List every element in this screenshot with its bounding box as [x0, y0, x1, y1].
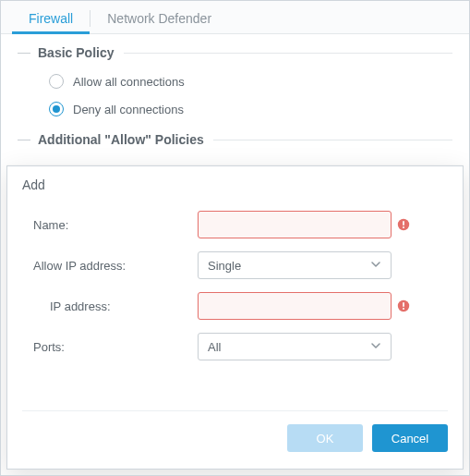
button-label: OK	[317, 432, 334, 445]
field-label: IP address:	[33, 299, 198, 313]
name-input[interactable]	[198, 211, 392, 238]
allow-ip-select[interactable]: Single	[198, 251, 392, 279]
error-icon	[397, 299, 410, 312]
section-title: Basic Policy	[38, 45, 114, 60]
field-ip-address: IP address:	[33, 292, 437, 320]
field-ports: Ports: All	[33, 333, 437, 360]
field-name: Name:	[33, 211, 437, 238]
svg-point-2	[403, 226, 404, 228]
section-additional-allow: Additional "Allow" Policies	[18, 132, 452, 147]
app-window: Firewall Network Defender Basic Policy A…	[0, 0, 470, 476]
radio-allow-all[interactable]: Allow all connections	[49, 67, 452, 95]
dialog-footer: OK Cancel	[22, 410, 448, 452]
svg-rect-1	[403, 221, 404, 226]
tab-label: Network Defender	[107, 11, 211, 26]
dialog-add: Add Name: Allow IP address:	[6, 165, 464, 470]
button-label: Cancel	[392, 432, 428, 445]
cancel-button[interactable]: Cancel	[372, 424, 448, 452]
dialog-title: Add	[7, 166, 463, 207]
tab-network-defender[interactable]: Network Defender	[90, 2, 228, 34]
select-value: All	[208, 340, 221, 354]
section-divider	[213, 140, 452, 140]
section-dash	[18, 53, 30, 54]
section-dash	[18, 140, 30, 140]
tab-bar: Firewall Network Defender	[1, 1, 469, 34]
field-label: Ports:	[33, 340, 198, 354]
section-title: Additional "Allow" Policies	[38, 132, 204, 147]
ports-select[interactable]: All	[198, 333, 392, 360]
chevron-down-icon	[370, 340, 381, 354]
field-label: Name:	[33, 218, 198, 232]
svg-rect-4	[403, 302, 404, 307]
tab-label: Firewall	[29, 11, 73, 26]
dialog-form: Name: Allow IP address:	[7, 207, 463, 360]
field-label: Allow IP address:	[33, 259, 198, 273]
svg-point-5	[403, 308, 404, 310]
section-basic-policy: Basic Policy Allow all connections Deny …	[18, 45, 452, 123]
radio-label: Allow all connections	[73, 75, 185, 89]
radio-circle-icon	[49, 74, 64, 89]
tab-firewall[interactable]: Firewall	[12, 2, 90, 34]
basic-policy-radios: Allow all connections Deny all connectio…	[49, 67, 452, 123]
ip-address-input[interactable]	[198, 292, 392, 320]
radio-circle-icon	[49, 102, 64, 116]
chevron-down-icon	[370, 259, 381, 273]
select-value: Single	[208, 259, 241, 273]
field-allow-ip: Allow IP address: Single	[33, 251, 437, 279]
ok-button[interactable]: OK	[287, 424, 363, 452]
radio-label: Deny all connections	[73, 103, 184, 116]
section-divider	[124, 53, 453, 54]
error-icon	[397, 218, 410, 231]
radio-deny-all[interactable]: Deny all connections	[49, 95, 452, 123]
